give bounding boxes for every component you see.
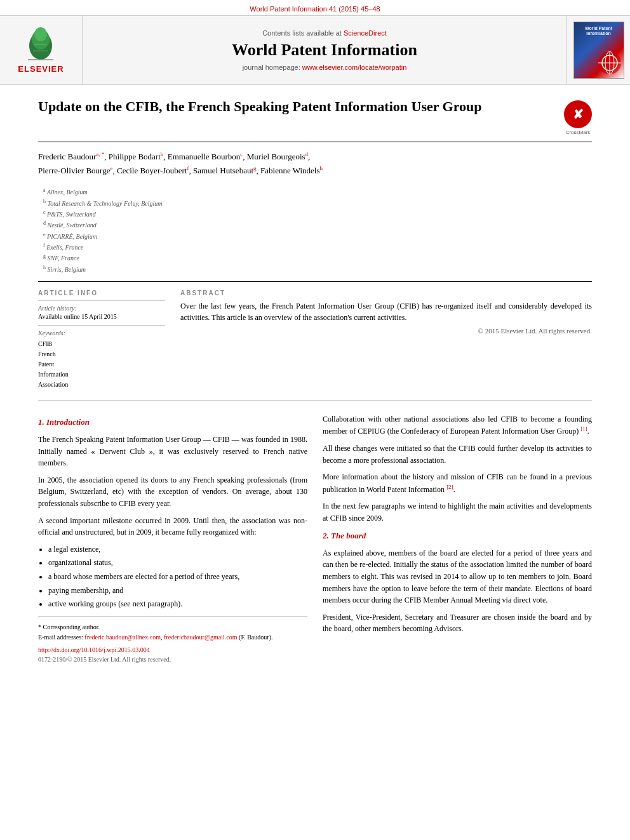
author-1: Frederic Baudour: [38, 152, 96, 161]
bullet-workgroups: active working groups (see next paragrap…: [48, 598, 307, 610]
history-value: Available online 15 April 2015: [38, 313, 165, 320]
intro-para1: The French Speaking Patent Information U…: [38, 434, 307, 469]
elsevier-name: ELSEVIER: [18, 64, 64, 74]
wpi-cover-thumbnail: World PatentInformation: [573, 22, 624, 79]
author-7-sup: g: [253, 165, 257, 171]
email2-link[interactable]: fredericbaudour@gmail.com: [164, 634, 238, 641]
author-8-sup: h: [320, 165, 323, 171]
contents-available-line: Contents lists available at ScienceDirec…: [262, 29, 387, 37]
body-right-column: Collaboration with other national associ…: [323, 413, 592, 665]
body-columns: 1. Introduction The French Speaking Pate…: [38, 401, 592, 665]
ref2: [2]: [446, 484, 453, 490]
affil-b: b Total Research & Technology Feluy, Bel…: [38, 198, 592, 209]
author-4-sup: d: [305, 151, 309, 157]
affil-h: h Sirris, Belgium: [38, 264, 592, 275]
section1-heading: 1. Introduction: [38, 416, 307, 429]
authors-line: Frederic Baudoura, *, Philippe Bodartb, …: [38, 150, 592, 178]
authors-section: Frederic Baudoura, *, Philippe Bodartb, …: [38, 142, 592, 183]
email1-link[interactable]: frederic.baudour@allnex.com: [84, 634, 161, 641]
board-para1: As explained above, members of the board…: [323, 547, 592, 606]
article-title: Update on the CFIB, the French Speaking …: [38, 98, 482, 116]
right-para4: In the next few paragraphs we intend to …: [323, 500, 592, 524]
journal-ref-text: World Patent Information 41 (2015) 45–48: [250, 5, 380, 13]
elsevier-logo-block: ELSEVIER: [0, 16, 83, 84]
bullet-legal: a legal existence,: [48, 543, 307, 556]
author-6-sup: f: [187, 165, 189, 171]
copyright-line: 0172-2190/© 2015 Elsevier Ltd. All right…: [38, 655, 307, 665]
abstract-column: ABSTRACT Over the last few years, the Fr…: [180, 290, 592, 390]
article-title-section: Update on the CFIB, the French Speaking …: [38, 85, 592, 142]
affil-e: e PICARRÉ, Belgium: [38, 231, 592, 242]
right-para2: All these changes were initiated so that…: [323, 443, 592, 466]
article-info-column: ARTICLE INFO Article history: Available …: [38, 290, 165, 390]
keyword-information: Information: [38, 370, 165, 380]
top-journal-reference: World Patent Information 41 (2015) 45–48: [0, 0, 630, 15]
elsevier-tree-icon: [22, 27, 60, 62]
info-abstract-row: ARTICLE INFO Article history: Available …: [38, 281, 592, 401]
journal-title: World Patent Information: [232, 41, 417, 60]
email-attribution: (F. Baudour).: [239, 634, 272, 641]
affil-g: g SNF, France: [38, 253, 592, 263]
homepage-line: journal homepage: www.elsevier.com/locat…: [243, 63, 407, 71]
ref1: [1]: [580, 425, 587, 432]
right-para3: More information about the history and m…: [323, 471, 592, 495]
wpi-thumb-title: World PatentInformation: [585, 26, 612, 37]
board-para2: President, Vice-President, Secretary and…: [323, 611, 592, 635]
svg-point-3: [34, 27, 47, 41]
bullet-list: a legal existence, organizational status…: [48, 543, 307, 610]
affil-d: d Nestlé, Switzerland: [38, 220, 592, 230]
bullet-org: organizational status,: [48, 557, 307, 569]
article-info-label: ARTICLE INFO: [38, 290, 165, 297]
homepage-link[interactable]: www.elsevier.com/locate/worpatin: [302, 63, 406, 71]
author-5-sup: e: [110, 165, 112, 171]
affil-c: c P&TS, Switzerland: [38, 209, 592, 220]
footnote-area: * Corresponding author. E-mail addresses…: [38, 617, 307, 665]
section2-heading: 2. The board: [323, 530, 592, 542]
crossmark-label: CrossMark: [564, 130, 592, 135]
email-note: E-mail addresses: frederic.baudour@allne…: [38, 632, 307, 643]
wpi-thumbnail-block: World PatentInformation: [566, 16, 630, 84]
affil-a: a Allnex, Belgium: [38, 187, 592, 197]
abstract-copyright: © 2015 Elsevier Ltd. All rights reserved…: [180, 327, 592, 335]
doi-link[interactable]: http://dx.doi.org/10.1016/j.wpi.2015.03.…: [38, 645, 307, 655]
main-content-area: Update on the CFIB, the French Speaking …: [0, 85, 630, 665]
elsevier-logo: ELSEVIER: [18, 27, 64, 74]
author-2-sup: b: [161, 151, 164, 157]
email-label: E-mail addresses:: [38, 634, 84, 641]
keyword-association: Association: [38, 380, 165, 390]
wpi-thumb-graphic-icon: [597, 50, 622, 76]
keyword-french: French: [38, 349, 165, 359]
abstract-label: ABSTRACT: [180, 290, 592, 297]
affiliations-section: a Allnex, Belgium b Total Research & Tec…: [38, 183, 592, 281]
sciencedirect-link[interactable]: ScienceDirect: [344, 29, 387, 37]
crossmark-badge: ✘ CrossMark: [564, 100, 592, 135]
crossmark-icon: ✘: [564, 100, 592, 128]
right-para1: Collaboration with other national associ…: [323, 413, 592, 437]
keyword-cfib: CFIB: [38, 339, 165, 349]
author-1-sup: a, *: [96, 151, 104, 157]
bullet-membership: paying membership, and: [48, 585, 307, 597]
keywords-label: Keywords:: [38, 330, 165, 337]
abstract-text: Over the last few years, the French Pate…: [180, 300, 592, 323]
body-left-column: 1. Introduction The French Speaking Pate…: [38, 413, 307, 665]
author-3-sup: c: [240, 151, 243, 157]
corresponding-note: * Corresponding author.: [38, 622, 307, 632]
intro-para2: In 2005, the association opened its door…: [38, 474, 307, 510]
bullet-board: a board whose members are elected for a …: [48, 571, 307, 583]
intro-para3: A second important milestone occurred in…: [38, 515, 307, 538]
journal-header: ELSEVIER Contents lists available at Sci…: [0, 15, 630, 85]
affil-f: f Exelis, France: [38, 242, 592, 253]
keyword-patent: Patent: [38, 359, 165, 370]
journal-header-center: Contents lists available at ScienceDirec…: [83, 16, 566, 84]
history-label: Article history:: [38, 305, 165, 312]
